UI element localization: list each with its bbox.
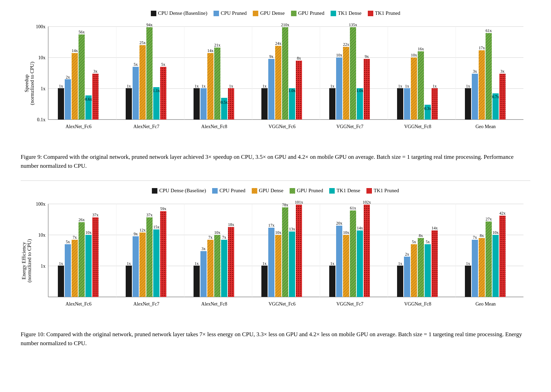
- fig10-legend: CPU Dense (Baseline) CPU Pruned GPU Dens…: [21, 188, 530, 194]
- lbl-g0-gpu-pruned: 56x: [79, 30, 85, 34]
- lbl-g0-tk1-pruned: 3x: [93, 69, 97, 74]
- lbl-g1-cpu-pruned: 5x: [134, 62, 138, 67]
- lbl10-g6-gpu-pruned: 27x: [486, 217, 492, 221]
- lbl10-g5-tk1-pruned: 14x: [432, 226, 438, 230]
- legend10-swatch-tk1-dense: [329, 188, 335, 194]
- lbl10-g5-cpu-dense: 1x: [398, 261, 402, 266]
- lbl10-g6-cpu-dense: 1x: [466, 261, 470, 266]
- bar10-g0-cpu-dense: [58, 266, 64, 297]
- legend10-label-cpu-dense: CPU Dense (Baseline): [159, 188, 206, 194]
- fig9-y-10: 10x: [38, 55, 45, 60]
- lbl-g1-gpu-pruned: 94x: [146, 22, 153, 27]
- legend-swatch-cpu-dense: [151, 11, 156, 16]
- lbl-g5-gpu-dense: 10x: [411, 53, 417, 58]
- bar-g3-tk1-pruned: [296, 61, 302, 120]
- xlabel10-g6: Geo Mean: [476, 301, 496, 307]
- lbl-g4-tk1-dense: 1.0x: [356, 88, 364, 93]
- figure10-container: CPU Dense (Baseline) CPU Pruned GPU Dens…: [21, 188, 530, 348]
- bar10-g5-gpu-dense: [411, 244, 417, 297]
- bar-g6-cpu-dense: [465, 88, 471, 120]
- lbl10-g5-cpu-pruned: 2x: [405, 252, 409, 257]
- bar10-g0-tk1-pruned: [92, 217, 98, 297]
- fig10-svg: Energy Efficiency (normzlized to CPU) 10…: [21, 197, 530, 324]
- legend-swatch-cpu-pruned: [214, 11, 219, 16]
- lbl-g1-cpu-dense: 1x: [127, 84, 131, 89]
- fig10-y-10: 10x: [38, 233, 45, 238]
- fig9-y-label: Speedup: [24, 74, 29, 92]
- lbl10-g0-tk1-dense: 10x: [85, 230, 92, 235]
- bar10-g0-gpu-dense: [72, 240, 78, 297]
- bar10-g1-cpu-dense: [126, 266, 132, 297]
- fig10-y-label2: (normzlized to CPU): [27, 239, 32, 282]
- bar10-g0-tk1-dense: [85, 235, 92, 297]
- bar10-g1-gpu-dense: [139, 233, 146, 297]
- lbl10-g4-tk1-pruned: 102x: [363, 200, 371, 205]
- bar-g5-gpu-dense: [411, 58, 417, 120]
- xlabel10-g5: VGGNet_Fc8: [404, 301, 432, 307]
- lbl10-g2-tk1-dense: 7x: [222, 235, 226, 240]
- bar10-g4-tk1-pruned: [364, 205, 370, 297]
- legend10-gpu-pruned: GPU Pruned: [290, 188, 323, 194]
- lbl-g1-tk1-pruned: 5x: [161, 62, 165, 67]
- bar-g0-cpu-dense: [58, 88, 64, 120]
- bar-g3-gpu-pruned: [282, 27, 288, 120]
- bar10-g3-tk1-dense: [289, 231, 295, 297]
- bar10-g2-gpu-pruned: [214, 235, 220, 297]
- legend-cpu-pruned: CPU Pruned: [214, 10, 247, 16]
- lbl10-g2-cpu-pruned: 3x: [201, 246, 206, 251]
- lbl-g3-gpu-dense: 24x: [275, 41, 281, 46]
- bar10-g6-cpu-pruned: [472, 240, 478, 297]
- lbl-g2-cpu-pruned: 1x: [201, 84, 206, 89]
- bar-g4-cpu-dense: [329, 88, 335, 120]
- bar-g1-gpu-pruned: [146, 27, 153, 120]
- lbl-g3-cpu-dense: 1x: [262, 84, 267, 89]
- lbl10-g4-gpu-dense: 10x: [343, 230, 349, 235]
- bar10-g1-cpu-pruned: [133, 236, 139, 297]
- xlabel10-g3: VGGNet_Fc6: [269, 301, 296, 307]
- fig9-y-1: 1x: [41, 86, 45, 91]
- legend10-swatch-gpu-pruned: [290, 188, 295, 194]
- legend-label-gpu-dense: GPU Dense: [260, 10, 284, 16]
- lbl10-g3-gpu-pruned: 78x: [282, 203, 288, 207]
- xlabel10-g2: AlexNet_Fc8: [201, 301, 227, 307]
- fig10-y-label: Energy Efficiency: [21, 242, 27, 279]
- lbl-g2-tk1-dense: 0.5x: [221, 100, 228, 105]
- bar-g4-gpu-dense: [343, 47, 349, 120]
- bar10-g4-cpu-dense: [329, 266, 335, 297]
- lbl10-g5-gpu-dense: 5x: [412, 239, 416, 244]
- lbl10-g3-gpu-dense: 10x: [275, 230, 281, 235]
- bar-g6-cpu-pruned: [472, 74, 478, 120]
- lbl10-g4-cpu-dense: 1x: [330, 261, 334, 266]
- lbl-g1-gpu-dense: 25x: [139, 40, 146, 45]
- bar10-g4-cpu-pruned: [336, 226, 342, 297]
- fig9-chart: Speedup (normzlized to CPU) 100x 10x 1x …: [21, 20, 530, 147]
- legend-label-tk1-pruned: TK1 Pruned: [375, 10, 401, 16]
- lbl10-g4-cpu-pruned: 20x: [336, 221, 342, 226]
- legend-label-gpu-pruned: GPU Pruned: [298, 10, 324, 16]
- fig9-y-label2: (normzlized to CPU): [29, 62, 35, 105]
- lbl-g3-tk1-dense: 1.0x: [289, 88, 296, 93]
- bar-g2-cpu-dense: [194, 88, 200, 120]
- bar-g0-gpu-pruned: [79, 34, 85, 120]
- bar-g5-gpu-pruned: [418, 51, 424, 120]
- legend-label-cpu-pruned: CPU Pruned: [221, 10, 247, 16]
- svg-rect-32: [290, 188, 295, 194]
- lbl10-g0-cpu-pruned: 5x: [66, 239, 70, 244]
- legend-label-cpu-dense: CPU Dense (Basenline): [158, 10, 207, 16]
- svg-rect-35: [366, 188, 372, 194]
- xlabel-g5: VGGNet_Fc8: [404, 124, 432, 129]
- svg-rect-8: [368, 11, 373, 16]
- legend-gpu-pruned: GPU Pruned: [291, 10, 324, 16]
- legend10-swatch-gpu-dense: [252, 188, 257, 194]
- lbl10-g6-tk1-dense: 10x: [492, 230, 499, 235]
- legend-swatch-tk1-dense: [331, 11, 336, 16]
- lbl-g5-cpu-pruned: 1x: [405, 84, 409, 89]
- fig10-y-100: 100x: [36, 202, 45, 207]
- lbl-g2-gpu-dense: 14x: [207, 48, 214, 53]
- lbl-g6-tk1-pruned: 3x: [500, 69, 505, 74]
- xlabel-g0: AlexNet_Fc6: [65, 124, 91, 129]
- bar-g6-gpu-dense: [479, 50, 485, 120]
- legend10-label-gpu-dense: GPU Dense: [259, 188, 283, 194]
- bar10-g2-tk1-pruned: [228, 227, 234, 297]
- bar-g2-cpu-pruned: [200, 88, 207, 120]
